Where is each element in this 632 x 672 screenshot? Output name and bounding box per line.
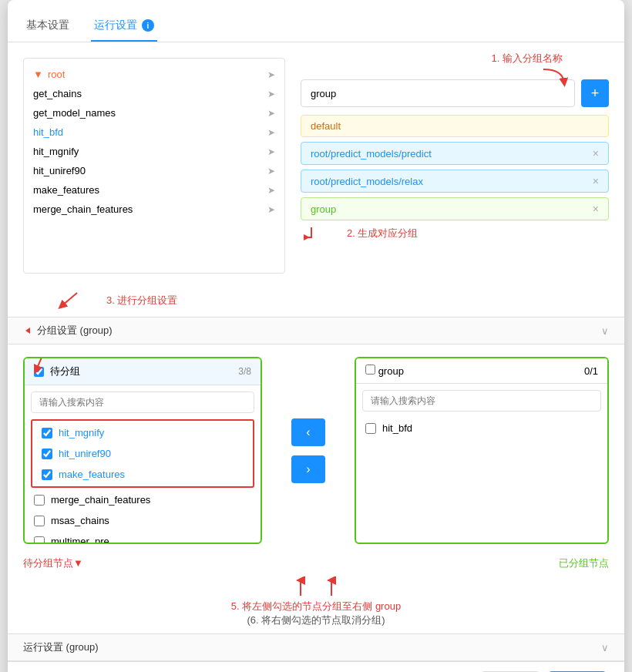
tree-root-label: root (48, 69, 267, 80)
checkbox-multimer-pre[interactable] (34, 536, 45, 543)
check-list-header: 待分组 3/8 (25, 358, 261, 385)
check-label[interactable]: hit_mgnify (59, 427, 104, 438)
info-icon: i (142, 19, 154, 32)
left-search-input[interactable] (31, 391, 254, 413)
tree-item-hit-bfd[interactable]: hit_bfd ➤ (24, 123, 284, 142)
close-tag-icon[interactable]: × (593, 175, 599, 187)
tree-item-make-features[interactable]: make_features ➤ (24, 180, 284, 200)
annotation-4-container: 待分组 3/8 4. 勾选欲分组的节点 (25, 358, 261, 385)
group-tag-label: root/predict_models/predict (311, 148, 432, 160)
tree-label: hit_mgnify (33, 146, 267, 157)
right-search-input[interactable] (362, 390, 601, 412)
close-tag-icon[interactable]: × (593, 203, 599, 215)
send-icon[interactable]: ➤ (267, 108, 275, 119)
checkbox-hit-bfd[interactable] (365, 423, 376, 434)
tree-item-get-model-names[interactable]: get_model_names ➤ (24, 103, 284, 123)
tree-item-merge-chain-features[interactable]: merge_chain_features ➤ (24, 200, 284, 219)
check-label[interactable]: msas_chains (51, 515, 109, 526)
tab-bar: 基本设置 运行设置 i (8, 0, 624, 42)
right-title-row: group (365, 365, 404, 377)
group-input-section: + default root/predict_models/predict × … (301, 79, 609, 243)
check-label[interactable]: hit_bfd (382, 422, 412, 434)
arrow-svg-1 (540, 66, 570, 89)
bottom-labels: 待分组节点▼ 已分组节点 (8, 556, 624, 573)
check-label[interactable]: merge_chain_features (51, 494, 150, 506)
group-tag-relax: root/predict_models/relax × (301, 170, 609, 193)
send-icon[interactable]: ➤ (267, 204, 275, 215)
checkbox-merge-chain[interactable] (34, 495, 45, 506)
send-icon[interactable]: ➤ (267, 166, 275, 176)
group-tag-default: default (301, 115, 609, 137)
tree-label: get_chains (33, 88, 267, 99)
tree-label: merge_chain_features (33, 203, 267, 215)
tab-runtime-label: 运行设置 (94, 18, 137, 32)
checkbox-make-features[interactable] (42, 469, 52, 480)
section-title: 分组设置 (group) (37, 324, 113, 338)
add-group-button[interactable]: + (581, 79, 609, 107)
check-item-hit-mgnify: hit_mgnify (32, 422, 253, 443)
send-icon-root[interactable]: ➤ (267, 69, 275, 80)
checkbox-hit-uniref90[interactable] (42, 449, 52, 459)
split-area: 待分组 3/8 4. 勾选欲分组的节点 (8, 344, 624, 556)
annotation-5-row (23, 576, 609, 600)
tree-item-hit-mgnify[interactable]: hit_mgnify ➤ (24, 142, 284, 161)
send-icon[interactable]: ➤ (267, 89, 275, 99)
annotation-2-label: 2. 生成对应分组 (347, 227, 418, 240)
move-right-button[interactable]: › (291, 455, 325, 483)
group-name-input[interactable] (301, 79, 575, 107)
right-check-items: hit_bfd (356, 418, 607, 438)
annotations-56: 5. 将左侧勾选的节点分组至右侧 group (6. 将右侧勾选的节点取消分组) (8, 573, 624, 630)
right-panel-header: group 0/1 (356, 358, 607, 384)
arrow-svg-2 (304, 223, 342, 243)
left-check-panel: 待分组 3/8 4. 勾选欲分组的节点 (23, 357, 262, 544)
right-select-all-checkbox[interactable] (365, 365, 375, 375)
group-tag-predict: root/predict_models/predict × (301, 142, 609, 165)
tree-label: hit_bfd (33, 126, 267, 138)
checked-items-group: hit_mgnify hit_uniref90 make_features (31, 419, 254, 488)
check-item-hit-uniref90: hit_uniref90 (32, 443, 253, 464)
collapse-icon[interactable]: ∨ (601, 325, 609, 337)
send-icon[interactable]: ➤ (267, 127, 275, 138)
tree-label: make_features (33, 184, 267, 196)
tree-label: get_model_names (33, 107, 267, 119)
tree-inner: ▼ root ➤ get_chains ➤ get_model_names ➤ … (24, 59, 284, 273)
annotation-2: 2. 生成对应分组 (301, 223, 609, 243)
bottom-left-label: 待分组节点▼ (23, 556, 83, 570)
group-list: default root/predict_models/predict × ro… (301, 115, 609, 243)
check-label[interactable]: hit_uniref90 (59, 448, 111, 459)
transfer-buttons: ‹ › (277, 357, 339, 544)
ann2-container: group × (301, 197, 609, 243)
check-label[interactable]: multimer_pre (51, 536, 109, 543)
annotation-3-label: 3. 进行分组设置 (106, 294, 177, 307)
checkbox-hit-mgnify[interactable] (42, 428, 52, 438)
send-icon[interactable]: ➤ (267, 146, 275, 157)
arrows-up-svg (277, 576, 355, 600)
move-left-button[interactable]: ‹ (291, 418, 325, 446)
right-panel-count: 0/1 (584, 365, 598, 377)
runtime-section-title: 运行设置 (group) (23, 640, 99, 654)
ann6-area: › (291, 455, 325, 483)
annotation-1: 1. 输入分组名称 (492, 52, 563, 66)
runtime-collapse-icon[interactable]: ∨ (601, 642, 609, 654)
tree-item-hit-uniref90[interactable]: hit_uniref90 ➤ (24, 161, 284, 180)
tab-basic-label: 基本设置 (26, 18, 69, 32)
arrow-svg-3 (54, 289, 100, 312)
tree-item-root[interactable]: ▼ root ➤ (24, 65, 284, 84)
close-tag-icon[interactable]: × (593, 147, 599, 160)
annotation-1-label: 1. 输入分组名称 (492, 52, 563, 66)
group-tag-label: group (311, 203, 336, 215)
check-item-msas-chains: msas_chains (25, 510, 261, 531)
tree-label: hit_uniref90 (33, 165, 267, 176)
check-label[interactable]: make_features (59, 469, 125, 480)
checkbox-msas-chains[interactable] (34, 516, 45, 526)
arrow-left-icon (23, 326, 32, 335)
check-item-merge-chain: merge_chain_features (25, 489, 261, 510)
send-icon[interactable]: ➤ (267, 185, 275, 196)
tab-runtime[interactable]: 运行设置 i (91, 12, 157, 42)
check-item-hit-bfd: hit_bfd (356, 418, 607, 438)
tree-item-get-chains[interactable]: get_chains ➤ (24, 84, 284, 103)
annotation-6-label: (6. 将右侧勾选的节点取消分组) (23, 613, 609, 627)
right-group-area: 1. 输入分组名称 + d (301, 58, 609, 274)
tab-basic[interactable]: 基本设置 (23, 12, 72, 42)
check-items-list: hit_mgnify hit_uniref90 make_features me… (25, 419, 261, 543)
